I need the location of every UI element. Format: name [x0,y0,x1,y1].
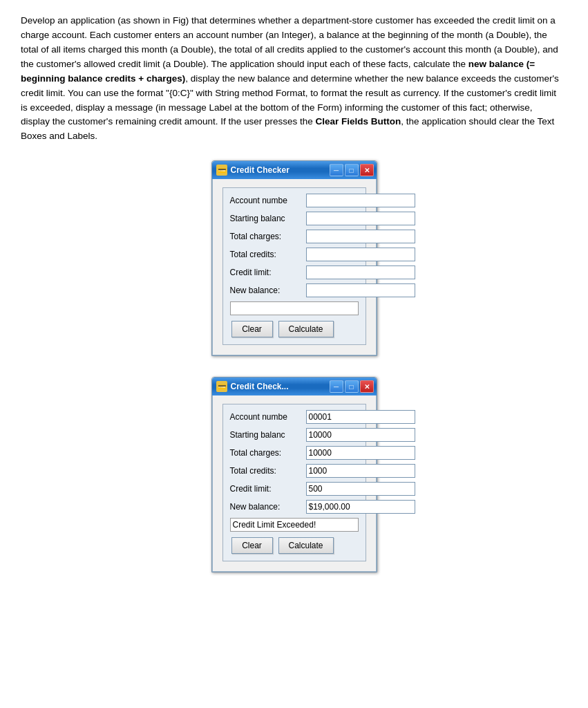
window1-title: Credit Checker [231,165,330,175]
w2-starting-input[interactable] [306,428,415,442]
w1-calculate-button[interactable]: Calculate [278,321,334,337]
w1-starting-label: Starting balanc [230,214,306,223]
window1: 💳 Credit Checker ─ □ ✕ Account numbe Sta… [211,160,377,356]
window1-close-button[interactable]: ✕ [360,164,374,176]
window1-icon: 💳 [216,165,227,176]
w1-credits-label: Total credits: [230,250,306,259]
window2-titlebar: 💳 Credit Check... ─ □ ✕ [212,378,377,395]
w1-account-input[interactable] [306,194,415,207]
w1-creditlimit-input[interactable] [306,266,415,279]
w2-account-label: Account numbe [230,412,306,422]
w1-charges-label: Total charges: [230,232,306,241]
w2-message-box: Credit Limit Exceeded! [230,518,359,532]
window1-minimize-button[interactable]: ─ [330,164,343,176]
w2-charges-input[interactable] [306,446,415,460]
w2-calculate-button[interactable]: Calculate [278,537,334,554]
w2-starting-label: Starting balanc [230,430,306,440]
w1-newbalance-input[interactable] [306,283,415,297]
description-text: Develop an application (as shown in Fig)… [21,14,560,144]
w1-account-label: Account numbe [230,196,306,205]
window2-minimize-button[interactable]: ─ [330,380,343,393]
window2-maximize-button[interactable]: □ [345,380,359,393]
window1-maximize-button[interactable]: □ [345,164,359,176]
window2-title: Credit Check... [231,382,330,391]
w2-credits-label: Total credits: [230,466,306,476]
window2: 💳 Credit Check... ─ □ ✕ Account numbe St… [211,377,377,572]
w1-creditlimit-label: Credit limit: [230,268,306,277]
w2-clear-button[interactable]: Clear [231,537,273,554]
w1-starting-input[interactable] [306,212,415,225]
w2-newbalance-label: New balance: [230,502,306,512]
w1-charges-input[interactable] [306,230,415,243]
w2-credits-input[interactable] [306,464,415,478]
w1-message-box [230,301,359,315]
window2-icon: 💳 [216,381,227,392]
w2-charges-label: Total charges: [230,448,306,458]
w2-creditlimit-label: Credit limit: [230,484,306,494]
window2-close-button[interactable]: ✕ [360,380,374,393]
w2-newbalance-input[interactable] [306,500,415,514]
w1-credits-input[interactable] [306,248,415,261]
w1-clear-button[interactable]: Clear [231,321,273,337]
window1-titlebar: 💳 Credit Checker ─ □ ✕ [212,161,377,179]
w1-newbalance-label: New balance: [230,286,306,295]
w2-account-input[interactable] [306,410,415,424]
w2-creditlimit-input[interactable] [306,482,415,496]
